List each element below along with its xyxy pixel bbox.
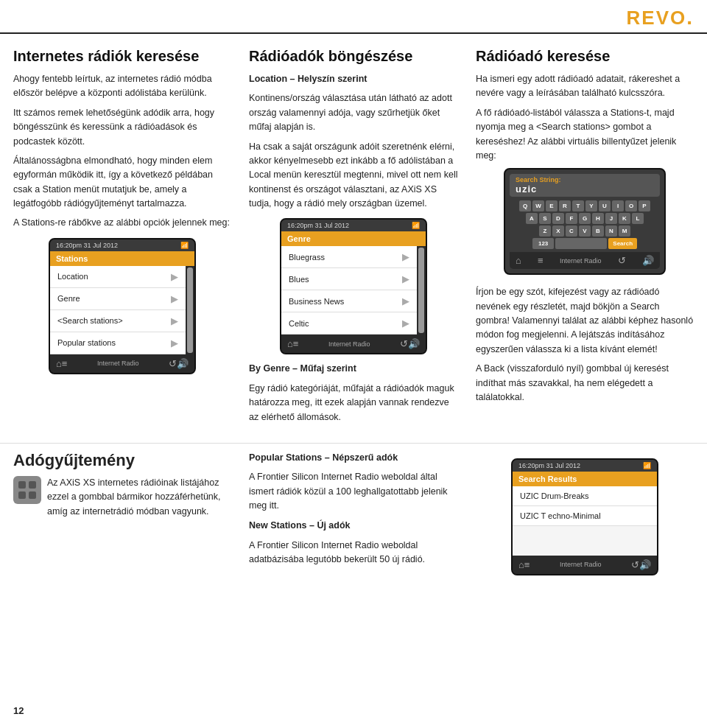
list-item[interactable]: Popular stations ▶ <box>50 332 186 354</box>
menu-icon[interactable]: ≡ <box>62 358 68 369</box>
back-icon[interactable]: ↺ <box>169 358 177 369</box>
key-d[interactable]: D <box>552 213 564 224</box>
key-h[interactable]: H <box>592 213 604 224</box>
home-icon[interactable]: ⌂ <box>287 338 293 349</box>
list-item[interactable]: <Search stations> ▶ <box>50 310 186 332</box>
list-item[interactable]: Celtic ▶ <box>281 312 417 335</box>
list-item[interactable]: UZIC Drum-Breaks <box>513 486 657 506</box>
key-123[interactable]: 123 <box>532 238 554 249</box>
results-time: 16:20pm 31 Jul 2012 <box>518 462 580 469</box>
device-results: 16:20pm 31 Jul 2012 📶 Search Results UZI… <box>511 458 658 575</box>
item-label: Popular stations <box>57 338 116 347</box>
bottom-mid-subheading2: New Stations – Új adók <box>249 519 458 533</box>
home-icon[interactable]: ⌂ <box>56 358 62 369</box>
key-q[interactable]: Q <box>519 200 531 211</box>
addon-icon <box>13 476 41 504</box>
volume-icon[interactable]: 🔊 <box>642 255 654 266</box>
device1-list-container: Location ▶ Genre ▶ <Search stations> ▶ P… <box>50 266 194 354</box>
key-t[interactable]: T <box>572 200 584 211</box>
volume-icon[interactable]: 🔊 <box>639 559 651 570</box>
key-u[interactable]: U <box>599 200 611 211</box>
col1-para3: Általánosságbna elmondható, hogy minden … <box>13 154 231 211</box>
item-label: Bluegrass <box>289 253 325 262</box>
right-col-bottom-para2: A Back (visszaforduló nyíl) gombbal új k… <box>476 362 694 405</box>
menu-icon[interactable]: ≡ <box>293 338 299 349</box>
list-item[interactable]: Blues ▶ <box>281 268 417 290</box>
menu-icon[interactable]: ≡ <box>524 559 530 570</box>
list-item[interactable]: Genre ▶ <box>50 288 186 310</box>
arrow-icon: ▶ <box>402 273 409 284</box>
home-icon[interactable]: ⌂ <box>518 559 524 570</box>
list-item[interactable]: UZIC T echno-Minimal <box>513 506 657 526</box>
menu-icon[interactable]: ≡ <box>538 255 544 266</box>
item-label: Celtic <box>289 319 309 328</box>
results-wifi: 📶 <box>643 462 651 469</box>
key-a[interactable]: A <box>526 213 538 224</box>
heading-col3: Rádióadó keresése <box>476 47 694 65</box>
column-1: Internetes rádiók keresése Ahogy fentebb… <box>13 47 240 430</box>
key-space[interactable] <box>555 238 607 249</box>
arrow-icon: ▶ <box>171 271 178 282</box>
key-j[interactable]: J <box>605 213 617 224</box>
key-z[interactable]: Z <box>539 225 551 237</box>
col2-para1: Kontinens/ország választása után látható… <box>249 91 458 134</box>
key-v[interactable]: V <box>579 225 591 237</box>
key-p[interactable]: P <box>639 200 650 211</box>
key-c[interactable]: C <box>566 225 577 237</box>
key-g[interactable]: G <box>579 213 591 224</box>
key-r[interactable]: R <box>559 200 571 211</box>
key-x[interactable]: X <box>552 225 564 237</box>
item-label: Genre <box>57 294 80 303</box>
svg-rect-3 <box>29 491 36 499</box>
scrollbar[interactable] <box>418 248 424 333</box>
back-icon[interactable]: ↺ <box>618 255 626 266</box>
item-label: Location <box>57 272 88 281</box>
device1-status-bar: 16:20pm 31 Jul 2012 📶 <box>50 239 194 251</box>
device1-bottom-label: Internet Radio <box>67 360 169 367</box>
key-w[interactable]: W <box>532 200 544 211</box>
key-l[interactable]: L <box>632 213 644 224</box>
device-mockup-1: 16:20pm 31 Jul 2012 📶 Stations Location … <box>49 238 196 374</box>
device2-bottom-bar: ⌂ ≡ Internet Radio ↺ 🔊 <box>281 335 426 353</box>
bottom-section: Adógyűjtemény Az AXiS XS internetes rádi… <box>0 443 707 583</box>
volume-icon[interactable]: 🔊 <box>408 338 420 349</box>
key-b[interactable]: B <box>592 225 604 237</box>
bottom-middle: Popular Stations – Népszerű adók A Front… <box>240 451 467 575</box>
right-col-bottom-para1: Írjon be egy szót, kifejezést vagy az rá… <box>476 285 694 357</box>
keyboard-mockup: Search String: uzic Q W E R T Y U I O P … <box>504 168 666 275</box>
volume-icon[interactable]: 🔊 <box>177 358 189 369</box>
key-f[interactable]: F <box>566 213 577 224</box>
heading-col2: Rádióadók böngészése <box>249 47 458 65</box>
key-m[interactable]: M <box>619 225 630 237</box>
keyboard-bottom-bar: ⌂ ≡ Internet Radio ↺ 🔊 <box>510 252 660 269</box>
search-button[interactable]: Search <box>608 238 637 249</box>
back-icon[interactable]: ↺ <box>631 559 639 570</box>
home-icon[interactable]: ⌂ <box>516 255 521 266</box>
col1-para2: Itt számos remek lehetőségünk adódik arr… <box>13 106 231 149</box>
key-o[interactable]: O <box>625 200 637 211</box>
list-item[interactable]: Location ▶ <box>50 266 186 288</box>
key-k[interactable]: K <box>619 213 630 224</box>
key-s[interactable]: S <box>539 213 551 224</box>
keyboard-row-3: Z X C V B N M <box>510 225 660 237</box>
bottom-mid-para1: A Frontier Silicon Internet Radio webold… <box>249 470 458 513</box>
col2-para3: Egy rádió kategóriáját, műfaját a rádióa… <box>249 382 458 424</box>
list-item[interactable]: Bluegrass ▶ <box>281 246 417 268</box>
addon-icon-row: Az AXiS XS internetes rádióinak listájáh… <box>13 476 231 524</box>
addon-svg-icon <box>17 480 38 500</box>
key-e[interactable]: E <box>546 200 557 211</box>
item-label: <Search stations> <box>57 316 123 325</box>
item-label: UZIC Drum-Breaks <box>520 491 589 500</box>
arrow-icon: ▶ <box>402 318 409 329</box>
arrow-icon: ▶ <box>402 295 409 307</box>
item-label: Blues <box>289 275 309 284</box>
scrollbar[interactable] <box>187 267 193 353</box>
key-y[interactable]: Y <box>585 200 597 211</box>
svg-rect-1 <box>29 481 36 489</box>
col2-para2: Ha csak a saját országunk adóit szeretné… <box>249 140 458 211</box>
back-icon[interactable]: ↺ <box>400 338 408 349</box>
list-item[interactable]: Business News ▶ <box>281 290 417 312</box>
key-n[interactable]: N <box>605 225 617 237</box>
device1-bottom-bar: ⌂ ≡ Internet Radio ↺ 🔊 <box>50 354 194 373</box>
key-i[interactable]: I <box>612 200 624 211</box>
